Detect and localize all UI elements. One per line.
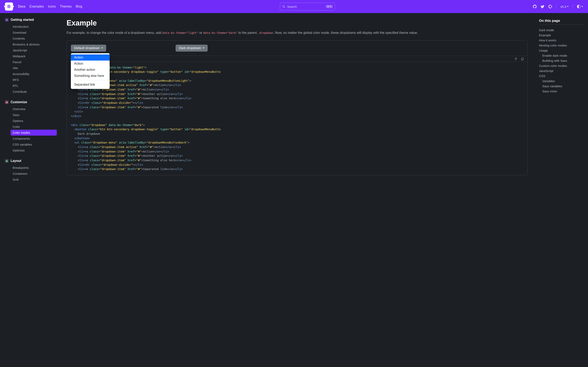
dropdown-item[interactable]: Separated link bbox=[71, 82, 110, 88]
sidebar-item[interactable]: Containers bbox=[11, 171, 57, 176]
sidebar-item[interactable]: Components bbox=[11, 136, 57, 142]
svg-line-1 bbox=[284, 7, 285, 8]
sidebar-item[interactable]: Download bbox=[11, 30, 57, 35]
nav-link-blog[interactable]: Blog bbox=[76, 5, 82, 8]
sidebar-section-title[interactable]: ▣Customize bbox=[5, 100, 57, 104]
toc-item[interactable]: Sass mixin bbox=[539, 89, 584, 94]
section-icon: ▣ bbox=[5, 18, 9, 22]
sidebar-item[interactable]: Browsers & devices bbox=[11, 42, 57, 47]
sidebar-item[interactable]: Vite bbox=[11, 65, 57, 71]
sidebar-item[interactable]: Color modes bbox=[11, 130, 57, 136]
theme-toggle[interactable] bbox=[577, 5, 583, 8]
search-placeholder: Search bbox=[287, 5, 324, 8]
navbar: B Docs Examples Icons Themes Blog Search… bbox=[0, 0, 588, 13]
dropdown-item[interactable]: Action bbox=[71, 54, 110, 60]
sidebar-item[interactable]: Webpack bbox=[11, 53, 57, 59]
separator bbox=[556, 4, 556, 9]
sidebar-item[interactable]: Color bbox=[11, 124, 57, 130]
toc-item[interactable]: Custom color modes bbox=[539, 63, 584, 68]
dropdown-item[interactable]: Action bbox=[71, 60, 110, 67]
caret-down-icon bbox=[567, 6, 569, 7]
toc-item[interactable]: Dark mode bbox=[539, 27, 584, 33]
sidebar-item[interactable]: Overview bbox=[11, 106, 57, 112]
code-toolbar: HTML bbox=[67, 56, 527, 62]
toc-item[interactable]: Sass variables bbox=[539, 83, 584, 89]
toc-item[interactable]: How it works bbox=[539, 38, 584, 43]
toc-item[interactable]: Variables bbox=[539, 78, 584, 83]
section-icon: ▣ bbox=[5, 159, 9, 163]
bootstrap-logo[interactable]: B bbox=[5, 2, 13, 11]
sidebar-section-title[interactable]: ▣Getting started bbox=[5, 18, 57, 22]
caret-down-icon bbox=[101, 48, 103, 49]
toc-item[interactable]: Usage bbox=[539, 48, 584, 53]
toc-list: Dark modeExampleHow it worksNesting colo… bbox=[539, 27, 584, 94]
clipboard-icon[interactable] bbox=[521, 57, 524, 60]
sidebar-right: On this page Dark modeExampleHow it work… bbox=[535, 13, 588, 196]
search-input[interactable]: Search ⌘ K bbox=[280, 3, 335, 10]
code-block: <div class="dropdown" data-bs-theme="lig… bbox=[67, 62, 527, 175]
search-icon bbox=[282, 5, 285, 8]
sidebar-item[interactable]: JavaScript bbox=[11, 47, 57, 53]
sidebar-item[interactable]: Optimize bbox=[11, 147, 57, 153]
half-circle-icon bbox=[577, 5, 581, 8]
demo-box: Default dropdown Dark dropdown ActionAct… bbox=[67, 40, 527, 56]
nav-right: v5.3 bbox=[533, 4, 583, 9]
dropdown-item[interactable]: Another action bbox=[71, 67, 110, 73]
stackblitz-icon[interactable] bbox=[514, 57, 518, 60]
caret-down-icon bbox=[581, 6, 583, 7]
dropdown-item[interactable]: Something else here bbox=[71, 73, 110, 79]
toc-item[interactable]: CSS bbox=[539, 73, 584, 78]
caret-down-icon bbox=[203, 48, 204, 49]
sidebar-item[interactable]: Accessibility bbox=[11, 71, 57, 77]
github-icon[interactable] bbox=[533, 5, 536, 8]
sidebar-item[interactable]: CSS variables bbox=[11, 142, 57, 147]
sidebar-left: ▣Getting startedIntroductionDownloadCont… bbox=[0, 13, 59, 196]
toc-item[interactable]: JavaScript bbox=[539, 68, 584, 73]
search-kbd: ⌘ K bbox=[326, 5, 333, 8]
sidebar-item[interactable]: Options bbox=[11, 118, 57, 124]
sidebar-item[interactable]: Introduction bbox=[11, 24, 57, 30]
nav-link-examples[interactable]: Examples bbox=[29, 5, 44, 8]
sidebar-item[interactable]: Grid bbox=[11, 176, 57, 183]
opencollective-icon[interactable] bbox=[548, 5, 552, 8]
sidebar-section-title[interactable]: ▣Layout bbox=[5, 159, 57, 163]
nav-link-themes[interactable]: Themes bbox=[60, 5, 72, 8]
section-icon: ▣ bbox=[5, 100, 9, 104]
twitter-icon[interactable] bbox=[541, 5, 544, 8]
dark-dropdown-button[interactable]: Dark dropdown bbox=[176, 45, 208, 52]
svg-point-0 bbox=[283, 5, 285, 7]
page-title: Example bbox=[67, 19, 527, 27]
intro-paragraph: For example, to change the color mode of… bbox=[67, 30, 527, 35]
nav-links: Docs Examples Icons Themes Blog bbox=[18, 5, 82, 8]
sidebar-item[interactable]: Parcel bbox=[11, 59, 57, 65]
sidebar-item[interactable]: RTL bbox=[11, 83, 57, 89]
toc-item[interactable]: Enable dark mode bbox=[539, 53, 584, 58]
sidebar-item[interactable]: RFS bbox=[11, 77, 57, 83]
version-dropdown[interactable]: v5.3 bbox=[561, 5, 569, 8]
separator bbox=[573, 4, 573, 9]
main-content: Example For example, to change the color… bbox=[59, 13, 535, 196]
toc-item[interactable]: Building with Sass bbox=[539, 58, 584, 63]
dropdown-menu: ActionActionAnother actionSomething else… bbox=[71, 53, 110, 89]
sidebar-item[interactable]: Sass bbox=[11, 112, 57, 118]
toc-title: On this page bbox=[539, 19, 584, 25]
sidebar-item[interactable]: Contribute bbox=[11, 89, 57, 95]
svg-rect-2 bbox=[522, 58, 523, 60]
sidebar-item[interactable]: Breakpoints bbox=[11, 165, 57, 171]
toc-item[interactable]: Nesting color modes bbox=[539, 43, 584, 48]
nav-link-icons[interactable]: Icons bbox=[48, 5, 56, 8]
sidebar-item[interactable]: Contents bbox=[11, 35, 57, 42]
nav-link-docs[interactable]: Docs bbox=[18, 5, 25, 8]
default-dropdown-button[interactable]: Default dropdown bbox=[71, 45, 106, 52]
toc-item[interactable]: Example bbox=[539, 33, 584, 38]
